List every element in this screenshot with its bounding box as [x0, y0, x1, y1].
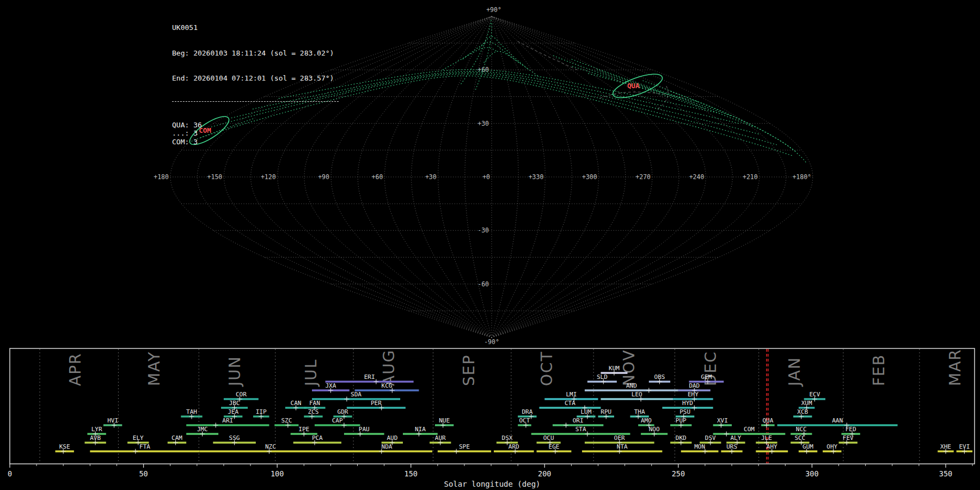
shower-com: COM: [713, 426, 786, 437]
shower-avb: AVB: [85, 434, 106, 445]
shower-code-label: STA: [575, 426, 586, 433]
shower-count-list: QUA: 36...: 3COM: 3: [172, 121, 339, 146]
shower-ahy: AHY: [756, 443, 788, 454]
shower-code-label: COM: [744, 426, 755, 433]
shower-evi: EVI: [957, 443, 972, 454]
shower-code-label: ZCS: [308, 408, 319, 415]
shower-nzc: NZC: [200, 443, 341, 454]
latitude-label: -60: [477, 280, 489, 288]
x-axis-title: Solar longitude (deg): [444, 480, 540, 488]
shower-code-label: ALY: [731, 434, 742, 442]
shower-count-line: COM: 3: [172, 138, 339, 146]
shower-code-label: KCG: [382, 382, 393, 389]
shower-cta: CTA: [539, 400, 601, 411]
shower-peak-cross: [133, 449, 138, 454]
shower-aan: AAN: [777, 417, 898, 428]
shower-code-label: OER: [614, 434, 625, 442]
shower-rpu: RPU: [598, 408, 614, 419]
shower-code-label: PUP: [676, 417, 687, 424]
shower-code-label: PAU: [359, 426, 370, 433]
month-label: AUG: [380, 350, 398, 386]
shower-code-label: PER: [371, 400, 382, 407]
shower-code-label: ECV: [809, 391, 820, 398]
shower-mon: MON: [681, 443, 719, 454]
x-tick-label: 100: [271, 469, 284, 478]
shower-code-label: FAN: [309, 400, 320, 407]
longitude-label: +180°: [792, 173, 811, 181]
sky-map: +180+150+120+90+60+30+0+330+300+270+240+…: [0, 0, 980, 348]
shower-code-label: LUM: [580, 408, 591, 415]
month-label: NOV: [620, 349, 638, 386]
shower-code-label: NZC: [265, 443, 276, 450]
shower-code-label: SZC: [281, 417, 292, 424]
shower-hvi: HVI: [103, 417, 122, 428]
shower-code-label: JLE: [761, 434, 772, 442]
shower-code-label: IPE: [298, 426, 309, 433]
shower-fta: FTA: [90, 443, 199, 454]
longitude-label: +60: [372, 173, 383, 181]
shower-code-label: JEA: [228, 408, 238, 415]
shower-code-label: OHY: [826, 443, 837, 450]
shower-noo: NOO: [641, 426, 667, 437]
shower-zcs: ZCS: [304, 408, 322, 419]
shower-pau: PAU: [344, 426, 384, 437]
longitude-label: +240: [689, 173, 705, 181]
station-id: UK0051: [172, 23, 339, 32]
shower-count-line: ...: 3: [172, 129, 339, 138]
shower-code-label: DSV: [705, 434, 716, 442]
shower-code-label: CAN: [291, 400, 302, 407]
begin-time: Beg: 20260103 18:11:24 (sol = 283.02°): [172, 49, 339, 58]
shower-code-label: AND: [626, 382, 637, 389]
longitude-label: +300: [582, 173, 597, 181]
shower-code-label: URS: [726, 443, 737, 450]
shower-cam: CAM: [168, 434, 186, 445]
shower-code-label: GEM: [701, 373, 712, 381]
shower-code-label: LEO: [632, 391, 642, 398]
shower-code-label: DKD: [676, 434, 687, 442]
radiant-label: QUA: [627, 82, 640, 90]
shower-code-label: AVB: [90, 434, 101, 442]
shower-code-label: DRA: [522, 408, 532, 415]
longitude-label: +270: [635, 173, 651, 181]
month-label: JUL: [302, 359, 320, 387]
shower-code-label: SSG: [229, 434, 240, 442]
shower-code-label: CAP: [332, 417, 343, 424]
shower-code-label: AHY: [767, 443, 777, 450]
shower-urs: URS: [721, 443, 742, 454]
shower-code-label: AUR: [435, 434, 446, 442]
shower-nda: NDA: [341, 443, 432, 454]
shower-spe: SPE: [438, 443, 491, 454]
shower-code-label: XVI: [717, 417, 728, 424]
shower-code-label: EGE: [549, 443, 560, 450]
longitude-label: +0: [482, 173, 490, 181]
shower-eri: ERI: [326, 373, 414, 384]
shower-code-label: DAD: [689, 382, 700, 389]
shower-tah: TAH: [181, 408, 202, 419]
shower-ard: ARD: [494, 443, 534, 454]
activity-timeline: APRMAYJUNJULAUGSEPOCTNOVDECJANFEBMARKUME…: [0, 348, 980, 490]
pole-label-south: -90°: [484, 338, 499, 346]
shower-code-label: XHE: [940, 443, 951, 450]
shower-jmc: JMC: [186, 426, 218, 437]
shower-can: CAN: [285, 400, 307, 411]
shower-nta: NTA: [582, 443, 662, 454]
shower-count-line: QUA: 36: [172, 121, 339, 130]
latitude-label: -30: [477, 226, 489, 234]
shower-code-label: TAH: [186, 408, 197, 415]
shower-code-label: OCT: [519, 417, 530, 424]
shower-code-label: KSE: [59, 443, 70, 450]
shower-nue: NUE: [435, 417, 454, 428]
shower-kcg: KCG: [355, 382, 419, 393]
x-tick-label: 250: [672, 469, 685, 478]
shower-code-label: PSU: [679, 408, 690, 415]
shower-code-label: NCC: [796, 426, 807, 433]
shower-code-label: DSX: [502, 434, 513, 442]
shower-sda: SDA: [312, 391, 400, 402]
x-tick-label: 0: [8, 469, 12, 478]
month-label: OCT: [538, 351, 556, 386]
shower-code-label: JBC: [229, 400, 240, 407]
longitude-label: +210: [743, 173, 758, 181]
shower-code-label: AUD: [387, 434, 397, 442]
shower-code-label: CTA: [565, 400, 575, 407]
x-tick-label: 150: [405, 469, 418, 478]
